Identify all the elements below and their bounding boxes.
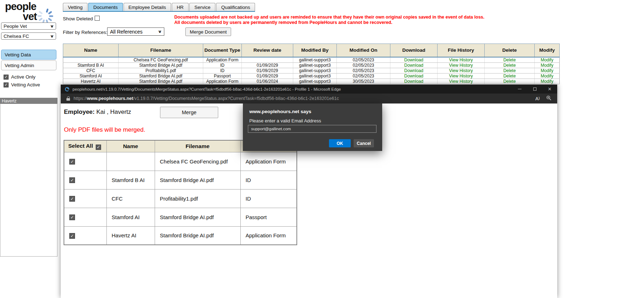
delete-link[interactable]: Delete [485, 79, 535, 84]
merge-filename: Stamford Bridge AI.pdf [155, 171, 240, 189]
window-urlbar: https://www.peoplehours.net/v1.19.0.7/Ve… [61, 94, 557, 103]
merge-name: CFC [106, 189, 155, 208]
download-link[interactable]: Download [390, 79, 438, 84]
row-checkbox[interactable]: ✓ [69, 177, 75, 183]
vetting-active-checkbox[interactable]: ✓ [4, 82, 9, 87]
view-history-link[interactable]: View History [438, 57, 485, 63]
pdf-only-note: Only PDF files will be merged. [64, 126, 145, 133]
doc-col-file-history: File History [438, 44, 485, 57]
doc-filename: Stamford Bridge AI.pdf [119, 79, 203, 84]
merge-select-cell: ✓ [64, 208, 106, 226]
logo-text-vet: vet [23, 11, 37, 22]
warning-line-2: All documents deleted by users are perma… [174, 20, 484, 25]
ok-button[interactable]: OK [329, 139, 351, 147]
merge-select-cell: ✓ [64, 152, 106, 171]
tab-vetting[interactable]: Vetting [63, 3, 88, 11]
zoom-in-icon[interactable] [546, 95, 551, 102]
filter-references-select[interactable]: All References ∨ [107, 27, 164, 36]
org-select[interactable]: People Vet ∨ [1, 22, 56, 30]
doc-modified-on: 02/05/2023 [337, 57, 390, 63]
select-all-label: Select All [68, 143, 93, 149]
doc-type: Passport [203, 73, 242, 79]
download-link[interactable]: Download [390, 68, 438, 73]
minimize-button[interactable] [512, 85, 527, 94]
warning-line-1: Documents uploaded are not backed up and… [174, 15, 484, 20]
sidebar-item-vetting-admin[interactable]: Vetting Admin [1, 60, 56, 70]
row-checkbox[interactable]: ✓ [69, 159, 75, 165]
modify-link[interactable]: Modify [535, 62, 560, 68]
filter-row-active-only: ✓Active Only [4, 74, 57, 80]
address-url[interactable]: https://www.peoplehours.net/v1.19.0.7/Ve… [74, 96, 535, 101]
merge-doctype: ID [240, 189, 297, 208]
employee-label: Employee: [64, 108, 95, 115]
merge-name: Stamford B AI [106, 171, 155, 189]
doc-name: Havertz AI [63, 79, 119, 84]
delete-link[interactable]: Delete [485, 68, 535, 73]
tab-employee-details[interactable]: Employee Details [124, 3, 171, 11]
download-link[interactable]: Download [390, 73, 438, 79]
row-checkbox[interactable]: ✓ [69, 214, 75, 220]
merge-doctype: ID [240, 171, 297, 189]
merge-row: ✓CFCProfitability1.pdfID [64, 189, 297, 208]
modify-link[interactable]: Modify [535, 57, 560, 63]
show-deleted-checkbox[interactable] [95, 16, 100, 21]
lock-icon[interactable] [66, 96, 70, 101]
team-select[interactable]: Chelsea FC ∨ [1, 32, 56, 40]
modify-link[interactable]: Modify [535, 73, 560, 79]
chevron-down-icon: ∨ [50, 24, 54, 29]
modify-link[interactable]: Modify [535, 68, 560, 73]
delete-link[interactable]: Delete [485, 62, 535, 68]
close-button[interactable]: ✕ [542, 85, 557, 94]
table-row: Chelsea FC GeoFencing.pdfApplication For… [63, 57, 560, 63]
row-checkbox[interactable]: ✓ [69, 233, 75, 239]
sidebar-item-vetting-data[interactable]: Vetting Data [1, 50, 56, 60]
doc-modified-on: 30/05/2023 [337, 79, 390, 84]
email-prompt-dialog: www.peoplehours.net says Please enter a … [243, 103, 382, 151]
merge-row: ✓Stamford B AIStamford Bridge AI.pdfID [64, 171, 297, 189]
merge-document-button[interactable]: Merge Document [185, 27, 231, 36]
doc-modified-on: 02/05/2023 [337, 62, 390, 68]
download-link[interactable]: Download [390, 57, 438, 63]
modify-link[interactable]: Modify [535, 79, 560, 84]
delete-link[interactable]: Delete [485, 73, 535, 79]
doc-name [63, 57, 119, 63]
doc-name: Stamford AI [63, 73, 119, 79]
merge-col-name: Name [106, 140, 155, 152]
select-all-checkbox[interactable]: ✓ [96, 145, 101, 150]
merge-name [106, 152, 155, 171]
merge-doctype: Application Form [240, 152, 297, 171]
merge-doctype: Passport [240, 208, 297, 226]
dialog-title: www.peoplehours.net says [249, 109, 311, 114]
download-link[interactable]: Download [390, 62, 438, 68]
doc-col-review-date: Review date [242, 44, 293, 57]
view-history-link[interactable]: View History [438, 73, 485, 79]
email-input[interactable] [248, 125, 376, 133]
active-only-checkbox[interactable]: ✓ [4, 75, 9, 80]
read-aloud-icon[interactable]: A) [535, 96, 540, 101]
doc-type: Application Form [203, 79, 242, 84]
view-history-link[interactable]: View History [438, 68, 485, 73]
tab-hr[interactable]: HR [172, 3, 189, 11]
delete-link[interactable]: Delete [485, 57, 535, 63]
merge-doctype: Application Form [240, 226, 297, 245]
tab-service[interactable]: Service [189, 3, 215, 11]
view-history-link[interactable]: View History [438, 79, 485, 84]
view-history-link[interactable]: View History [438, 62, 485, 68]
chevron-down-icon: ∨ [50, 34, 54, 39]
tab-documents[interactable]: Documents [88, 3, 123, 11]
filter-row-vetting-active: ✓Vetting Active [4, 82, 57, 87]
maximize-button[interactable] [527, 85, 542, 94]
tab-qualifications[interactable]: Qualifications [216, 3, 255, 11]
chevron-down-icon: ∨ [158, 29, 162, 34]
sidebar-nav: Vetting DataVetting Admin [1, 50, 56, 71]
doc-col-document-type: Document Type [203, 44, 242, 57]
employee-list-panel[interactable] [0, 104, 58, 257]
merge-row: ✓Havertz AIStamford Bridge AI.pdfApplica… [64, 226, 297, 245]
cancel-button[interactable]: Cancel [354, 139, 374, 147]
merge-button[interactable]: Merge [160, 107, 218, 118]
show-deleted-label: Show Deleted [63, 16, 93, 21]
merge-filename: Chelsea FC GeoFencing.pdf [155, 152, 240, 171]
row-checkbox[interactable]: ✓ [69, 196, 75, 202]
edge-favicon [65, 87, 70, 92]
window-titlebar[interactable]: peoplehours.net/v1.19.0.7/Vetting/Docume… [61, 85, 557, 94]
